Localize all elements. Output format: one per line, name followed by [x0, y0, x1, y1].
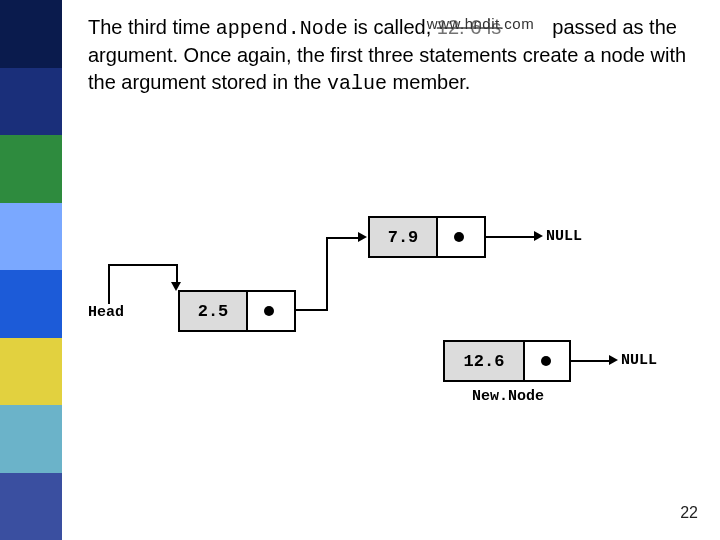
- arrow-line: [326, 237, 360, 239]
- list-node-1: 2.5: [178, 290, 296, 332]
- head-label: Head: [88, 304, 124, 321]
- sidebar-block: [0, 203, 62, 271]
- sidebar-block: [0, 0, 62, 68]
- sidebar-block: [0, 338, 62, 406]
- sidebar-block: [0, 68, 62, 136]
- node-value: 2.5: [180, 292, 248, 330]
- node-pointer-cell: [438, 218, 480, 256]
- null-label-top: NULL: [546, 228, 582, 245]
- new-node: 12.6: [443, 340, 571, 382]
- arrow-line: [108, 264, 110, 304]
- new-node-label: New.Node: [472, 388, 544, 405]
- arrow-line: [486, 236, 536, 238]
- list-node-2: 7.9: [368, 216, 486, 258]
- arrow-line: [296, 309, 328, 311]
- text-segment: is called,: [348, 16, 437, 38]
- code-text: value: [327, 72, 387, 95]
- text-segment: The third time: [88, 16, 216, 38]
- arrow-head-icon: [609, 355, 618, 365]
- linked-list-diagram: Head 2.5 7.9 NULL 12.6 NULL New.Node: [88, 200, 688, 460]
- pointer-dot-icon: [264, 306, 274, 316]
- node-value: 12.6: [445, 342, 525, 380]
- body-paragraph: The third time append.Node is called, 12…: [88, 14, 700, 97]
- arrow-line: [571, 360, 611, 362]
- node-pointer-cell: [525, 342, 567, 380]
- arrow-line: [176, 264, 178, 284]
- arrow-head-icon: [358, 232, 367, 242]
- pointer-dot-icon: [541, 356, 551, 366]
- page-number: 22: [680, 504, 698, 522]
- code-text: append.Node: [216, 17, 348, 40]
- arrow-line: [108, 264, 178, 266]
- arrow-head-icon: [534, 231, 543, 241]
- sidebar-block: [0, 473, 62, 541]
- pointer-dot-icon: [454, 232, 464, 242]
- sidebar-block: [0, 270, 62, 338]
- node-pointer-cell: [248, 292, 290, 330]
- color-sidebar: [0, 0, 62, 540]
- watermark-text: www.hndit.com: [427, 14, 534, 34]
- sidebar-block: [0, 405, 62, 473]
- null-label-bottom: NULL: [621, 352, 657, 369]
- node-value: 7.9: [370, 218, 438, 256]
- sidebar-block: [0, 135, 62, 203]
- text-segment: member.: [387, 71, 470, 93]
- arrow-line: [326, 237, 328, 311]
